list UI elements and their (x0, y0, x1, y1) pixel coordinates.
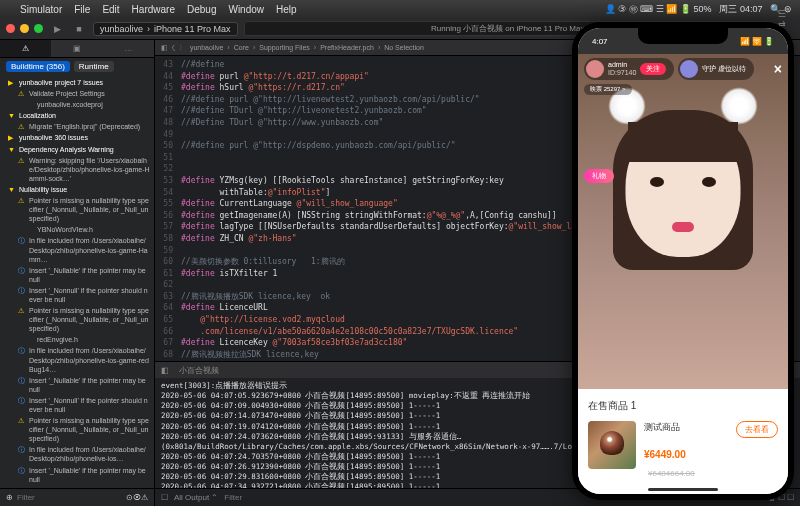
issue-item[interactable]: ▼Nullability issue (0, 184, 154, 195)
run-button[interactable]: ▶ (49, 22, 65, 36)
menu-help[interactable]: Help (276, 4, 297, 15)
issue-item[interactable]: ⓘIn file included from /Users/xiaobaihe/… (0, 235, 154, 264)
minimize-window-button[interactable] (20, 24, 29, 33)
issue-item[interactable]: ⚠Pointer is missing a nullability type s… (0, 305, 154, 334)
issue-item[interactable]: ⓘInsert '_Nullable' if the pointer may b… (0, 375, 154, 395)
issue-item[interactable]: ⚠Pointer is missing a nullability type s… (0, 415, 154, 444)
output-selector[interactable]: All Output ⌃ (174, 493, 218, 502)
auto-icon[interactable]: ☐ (161, 493, 168, 502)
crumb-selection[interactable]: No Selection (384, 44, 424, 51)
coin-pill[interactable]: 映票 25297 > (584, 84, 632, 95)
ios-simulator: 4:07 📶 🛜 🔋 admin ID:97140 关注 守护 虚位以待 × (572, 22, 794, 500)
stop-button[interactable]: ■ (71, 22, 87, 36)
view-product-button[interactable]: 去看看 (736, 421, 778, 438)
product-name: 测试商品 (644, 421, 728, 434)
live-stream-view[interactable]: admin ID:97140 关注 守护 虚位以待 × 映票 25297 > 礼… (578, 54, 788, 389)
navigator-tab-2[interactable]: ▣ (51, 40, 102, 57)
navigator-filter-input[interactable] (17, 493, 122, 502)
issue-item[interactable]: ⚠Pointer is missing a nullability type s… (0, 195, 154, 224)
host-avatar[interactable] (586, 60, 604, 78)
issue-navigator: ⚠ ▣ … Buildtime (356) Runtime ▶yunbaoliv… (0, 40, 155, 506)
navigator-tab-issues[interactable]: ⚠ (0, 40, 51, 57)
simulator-screen[interactable]: 4:07 📶 🛜 🔋 admin ID:97140 关注 守护 虚位以待 × (578, 28, 788, 494)
runtime-pill[interactable]: Runtime (74, 61, 114, 72)
gift-tag[interactable]: 礼物 (584, 169, 614, 183)
menubar-clock[interactable]: 周三 04:07 (719, 3, 762, 16)
macos-menubar: Simulator File Edit Hardware Debug Windo… (0, 0, 800, 18)
crumb-group[interactable]: Core (234, 44, 249, 51)
product-panel: 在售商品 1 测试商品 ¥6449.00 ¥6484664.00 去看看 (578, 389, 788, 494)
issue-item[interactable]: YBNoWordVIew.h (0, 224, 154, 235)
filter-scope-icons[interactable]: ⊙⦿⚠ (126, 493, 148, 502)
menu-hardware[interactable]: Hardware (132, 4, 175, 15)
host-id: ID:97140 (608, 69, 636, 77)
issue-item[interactable]: ⓘIn file included from /Users/xiaobaihe/… (0, 345, 154, 374)
product-item[interactable]: 测试商品 ¥6449.00 ¥6484664.00 去看看 (588, 421, 778, 480)
buildtime-pill[interactable]: Buildtime (356) (6, 61, 70, 72)
issue-item[interactable]: ⚠Migrate "English.lproj" (Deprecated) (0, 121, 154, 132)
zoom-window-button[interactable] (34, 24, 43, 33)
navigator-tabs: ⚠ ▣ … (0, 40, 154, 58)
close-live-button[interactable]: × (774, 61, 782, 77)
menubar-status-icons[interactable]: 👤 ③ ㊕ ⌨ ☰ 📶 🔋 50% (605, 3, 712, 16)
console-process-name[interactable]: 小百合视频 (179, 365, 219, 376)
guardian-label: 守护 虚位以待 (702, 65, 746, 73)
navigator-tab-3[interactable]: … (103, 40, 154, 57)
crumb-project[interactable]: yunbaolive (190, 44, 223, 51)
issue-item[interactable]: ⓘInsert '_Nullable' if the pointer may b… (0, 465, 154, 485)
scheme-selector[interactable]: yunbaolive › iPhone 11 Pro Max (93, 22, 238, 36)
issue-item[interactable]: ⓘInsert '_Nullable' if the pointer may b… (0, 265, 154, 285)
line-gutter: 4344454647484950515253545556575859606162… (155, 56, 177, 361)
scheme-name: yunbaolive (100, 24, 143, 34)
issue-item[interactable]: ▼Localization (0, 110, 154, 121)
menu-edit[interactable]: Edit (102, 4, 119, 15)
issue-item[interactable]: ▶yunbaolive 360 issues (0, 132, 154, 143)
notch (638, 28, 728, 44)
follow-button[interactable]: 关注 (640, 63, 666, 75)
panel-title: 在售商品 1 (588, 399, 778, 413)
menu-debug[interactable]: Debug (187, 4, 216, 15)
console-toggle-icon[interactable]: ◧ (161, 366, 169, 375)
product-price-original: ¥6484664.00 (648, 469, 695, 478)
close-window-button[interactable] (6, 24, 15, 33)
guardian-icon (680, 60, 698, 78)
host-info-pill[interactable]: admin ID:97140 关注 (584, 58, 674, 80)
home-indicator[interactable] (648, 488, 718, 491)
issue-item[interactable]: ▼Dependency Analysis Warning (0, 144, 154, 155)
issue-item[interactable]: ⚠Warning: skipping file '/Users/xiaobaih… (0, 155, 154, 184)
status-time: 4:07 (592, 37, 608, 46)
issue-item[interactable]: ⓘIn file included from /Users/xiaobaihe/… (0, 444, 154, 464)
streamer-face (578, 92, 788, 292)
status-icons: 📶 🛜 🔋 (740, 37, 774, 46)
product-thumbnail[interactable] (588, 421, 636, 469)
product-price: ¥6449.00 (644, 449, 686, 460)
issue-item[interactable]: ⓘInsert '_Nonnull' if the pointer should… (0, 285, 154, 305)
menu-window[interactable]: Window (228, 4, 264, 15)
issue-item[interactable]: ⓘInsert '_Nonnull' if the pointer should… (0, 395, 154, 415)
issue-item[interactable]: redEnvgive.h (0, 334, 154, 345)
crumb-file[interactable]: PrefixHeader.pch (320, 44, 374, 51)
menu-file[interactable]: File (74, 4, 90, 15)
menu-simulator[interactable]: Simulator (20, 4, 62, 15)
filter-icon[interactable]: ⊕ (6, 493, 13, 502)
guardian-pill[interactable]: 守护 虚位以待 (678, 58, 754, 80)
issue-item[interactable]: yunbaolive.xcodeproj (0, 99, 154, 110)
issue-item[interactable]: ⚠Validate Project Settings (0, 88, 154, 99)
navigator-filter-bar: ⊕ ⊙⦿⚠ (0, 488, 154, 506)
window-controls (6, 24, 43, 33)
issues-list[interactable]: ▶yunbaolive project 7 issues⚠Validate Pr… (0, 75, 154, 488)
host-name: admin (608, 61, 636, 69)
issue-item[interactable]: ▶yunbaolive project 7 issues (0, 77, 154, 88)
crumb-group2[interactable]: Supporting Files (259, 44, 310, 51)
device-name: iPhone 11 Pro Max (154, 24, 231, 34)
